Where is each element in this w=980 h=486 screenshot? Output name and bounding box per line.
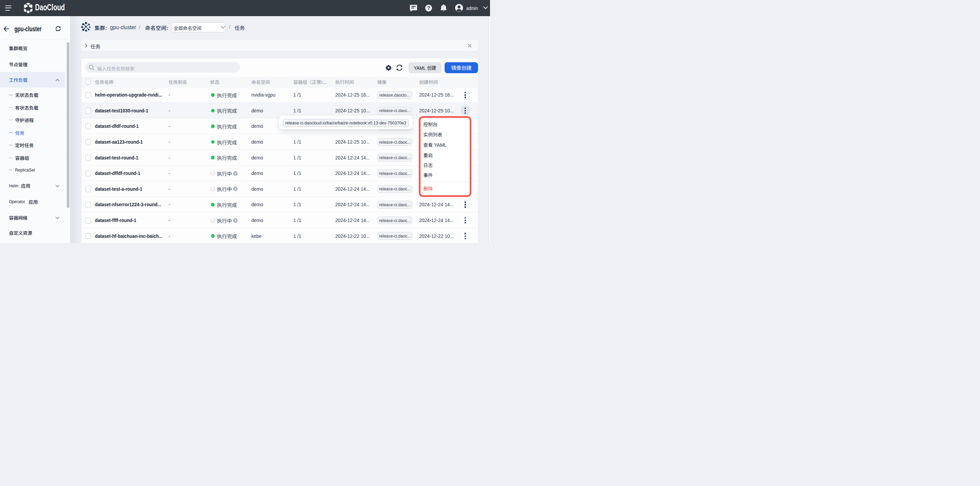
- svg-text:?: ?: [427, 5, 430, 11]
